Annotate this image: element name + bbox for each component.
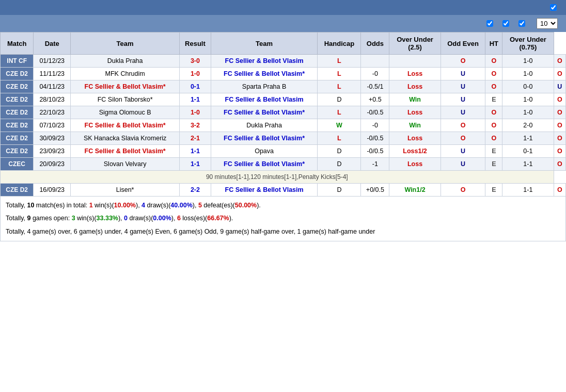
col-odds: Odds <box>361 32 389 55</box>
cell-over-under: O <box>441 132 485 145</box>
cell-team2: FC Sellier & Bellot Vlasim* <box>211 106 318 119</box>
cell-odds: Loss1/2 <box>389 145 441 158</box>
cell-ht-over-under: O <box>554 184 565 197</box>
filter-intcf-checkbox[interactable] <box>486 20 493 27</box>
cell-result: 1-0 <box>180 106 211 119</box>
cell-ht-over-under: O <box>554 93 565 106</box>
cell-ht: 1-1 <box>502 158 554 171</box>
cell-team1: Lisen* <box>71 184 180 197</box>
filter-czec[interactable] <box>502 20 511 27</box>
cell-date: 01/12/23 <box>34 55 71 68</box>
cell-odd-even: E <box>485 93 502 106</box>
cell-ht: 0-0 <box>502 80 554 93</box>
filter-czed2-checkbox[interactable] <box>518 20 525 27</box>
cell-wdl: D <box>318 93 361 106</box>
cell-ht-over-under: O <box>554 158 565 171</box>
cell-handicap: -1 <box>361 158 389 171</box>
stats-line1: Totally, 10 match(es) in total: 1 win(s)… <box>6 199 560 212</box>
cell-wdl: L <box>318 68 361 80</box>
cell-ht: 1-0 <box>502 55 554 68</box>
cell-odd-even: O <box>485 106 502 119</box>
cell-odd-even: E <box>485 145 502 158</box>
cell-over-under: U <box>441 145 485 158</box>
cell-badge: CZE D2 <box>1 132 34 145</box>
col-over-under-075: Over Under(0.75) <box>502 32 554 55</box>
filter-bar: 10 5 15 20 All <box>0 15 566 32</box>
cell-ht-over-under: O <box>554 106 565 119</box>
filter-czed2[interactable] <box>518 20 527 27</box>
cell-ht: 1-0 <box>502 93 554 106</box>
cell-date: 30/09/23 <box>34 132 71 145</box>
cell-team2: Opava <box>211 145 318 158</box>
cell-result: 1-1 <box>180 158 211 171</box>
cell-odds: Loss <box>389 106 441 119</box>
table-row: CZE D2 22/10/23 Sigma Olomouc B 1-0 FC S… <box>1 106 566 119</box>
stats-line2: Totally, 9 games open: 3 win(s)(33.33%),… <box>6 212 560 225</box>
col-team2: Team <box>211 32 318 55</box>
cell-ht: 1-0 <box>502 68 554 80</box>
cell-team1: FC Silon Taborsko* <box>71 93 180 106</box>
cell-ht: 2-0 <box>502 119 554 132</box>
cell-team2: Sparta Praha B <box>211 80 318 93</box>
cell-team1: SK Hanacka Slavia Kromeriz <box>71 132 180 145</box>
cell-date: 11/11/23 <box>34 68 71 80</box>
cell-handicap: +0.5 <box>361 93 389 106</box>
header-bar <box>0 0 566 15</box>
cell-team1: FC Sellier & Bellot Vlasim* <box>71 119 180 132</box>
display-notes-checkbox[interactable] <box>550 4 557 11</box>
cell-wdl: W <box>318 119 361 132</box>
cell-result: 3-0 <box>180 55 211 68</box>
cell-odd-even: O <box>485 80 502 93</box>
cell-ht-over-under: U <box>554 80 565 93</box>
cell-odds: Loss <box>389 132 441 145</box>
cell-date: 04/11/23 <box>34 80 71 93</box>
cell-team2: FC Sellier & Bellot Vlasim <box>211 93 318 106</box>
note-row: 90 minutes[1-1],120 minutes[1-1],Penalty… <box>1 171 566 184</box>
cell-ht-over-under: O <box>554 68 565 80</box>
cell-ht-over-under: O <box>554 55 565 68</box>
cell-odds: Loss <box>389 80 441 93</box>
filter-intcf[interactable] <box>486 20 495 27</box>
cell-date: 28/10/23 <box>34 93 71 106</box>
cell-team2: FC Sellier & Bellot Vlasim* <box>211 132 318 145</box>
cell-odd-even: O <box>485 55 502 68</box>
cell-badge: CZE D2 <box>1 93 34 106</box>
cell-wdl: L <box>318 80 361 93</box>
cell-team2: Dukla Praha <box>211 119 318 132</box>
cell-odd-even: E <box>485 184 502 197</box>
cell-team1: Dukla Praha <box>71 55 180 68</box>
table-header-row: Match Date Team Result Team Handicap Odd… <box>1 32 566 55</box>
cell-result: 0-1 <box>180 80 211 93</box>
cell-date: 22/10/23 <box>34 106 71 119</box>
cell-wdl: D <box>318 145 361 158</box>
stats-section: Totally, 10 match(es) in total: 1 win(s)… <box>0 197 566 241</box>
cell-handicap: -0/0.5 <box>361 145 389 158</box>
cell-odd-even: O <box>485 132 502 145</box>
cell-ht-over-under: O <box>554 132 565 145</box>
cell-result: 2-1 <box>180 132 211 145</box>
cell-wdl: L <box>318 132 361 145</box>
cell-team2: FC Sellier & Bellot Vlasim <box>211 184 318 197</box>
cell-ht: 1-0 <box>502 106 554 119</box>
cell-handicap: -0/0.5 <box>361 106 389 119</box>
cell-handicap: -0 <box>361 119 389 132</box>
cell-over-under: O <box>441 55 485 68</box>
cell-over-under: O <box>441 184 485 197</box>
col-odd-even: Odd Even <box>441 32 485 55</box>
cell-handicap <box>361 55 389 68</box>
cell-team1: Sigma Olomouc B <box>71 106 180 119</box>
games-select[interactable]: 10 5 15 20 All <box>537 18 558 29</box>
cell-badge: INT CF <box>1 55 34 68</box>
filter-czec-checkbox[interactable] <box>502 20 509 27</box>
cell-wdl: D <box>318 158 361 171</box>
cell-team1: MFK Chrudim <box>71 68 180 80</box>
cell-team1: FC Sellier & Bellot Vlasim* <box>71 80 180 93</box>
stats-line3: Totally, 4 game(s) over, 6 game(s) under… <box>6 225 560 238</box>
display-notes-container[interactable] <box>550 4 560 11</box>
cell-badge: CZE D2 <box>1 145 34 158</box>
cell-team2: FC Sellier & Bellot Vlasim* <box>211 68 318 80</box>
table-row: CZE D2 28/10/23 FC Silon Taborsko* 1-1 F… <box>1 93 566 106</box>
cell-team1: Slovan Velvary <box>71 158 180 171</box>
cell-odds: Win <box>389 93 441 106</box>
cell-badge: CZE D2 <box>1 80 34 93</box>
